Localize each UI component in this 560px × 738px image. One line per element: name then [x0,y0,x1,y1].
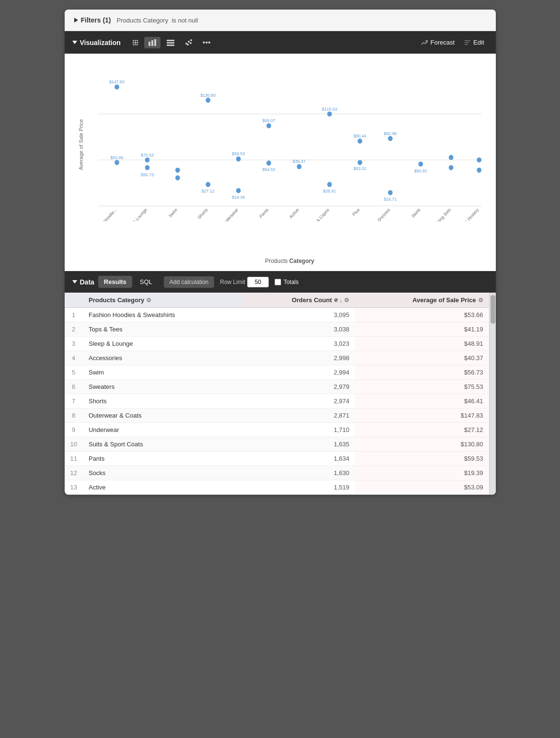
sql-tab[interactable]: SQL [134,276,158,288]
data-toggle[interactable]: Data [72,278,94,286]
svg-text:$75.53: $75.53 [141,152,154,157]
table-row[interactable]: 1 Fashion Hoodies & Sweatshirts 3,095 $5… [65,308,489,322]
table-row[interactable]: 5 Swim 2,994 $56.73 [65,365,489,380]
svg-text:$99.07: $99.07 [262,118,275,123]
svg-point-40 [297,164,301,170]
edit-btn[interactable]: Edit [460,37,488,48]
svg-point-8 [190,39,192,41]
row-category: Tops & Tees [83,322,242,337]
table-row[interactable]: 10 Suits & Sport Coats 1,635 $130.80 [65,437,489,452]
table-row[interactable]: 4 Accessories 2,998 $40.37 [65,351,489,365]
row-orders: 1,630 [242,466,355,480]
filter-description: Products Category is not null [117,17,198,24]
table-row[interactable]: 6 Sweaters 2,979 $75.53 [65,380,489,394]
table-row[interactable]: 11 Pants 1,634 $59.53 [65,452,489,466]
category-header[interactable]: Products Category ⚙ [83,293,242,308]
svg-point-57 [448,165,453,170]
filters-toggle[interactable]: Filters (1) [74,16,111,24]
orders-gear-icon[interactable]: ⚙ [344,297,349,304]
svg-point-44 [327,182,332,187]
row-num: 5 [65,365,83,380]
pivot-icon: ⊘ [334,297,338,303]
row-limit-label: Row Limit [220,279,245,285]
results-tab[interactable]: Results [98,276,132,288]
row-avg-price: $56.73 [355,365,489,380]
svg-text:$27.12: $27.12 [201,189,214,193]
svg-text:$115.03: $115.03 [322,106,337,111]
table-row[interactable]: 3 Sleep & Lounge 3,023 $48.91 [65,337,489,351]
row-avg-price: $27.12 [355,423,489,437]
svg-text:$56.73: $56.73 [141,172,154,177]
svg-point-48 [357,160,362,165]
svg-point-24 [145,165,149,170]
chart-svg: $0.00 $50.00 $100.00 $53.66 $147.83 $75.… [98,68,481,221]
svg-point-22 [145,158,149,163]
svg-text:Active: Active [288,207,300,220]
list-view-btn[interactable] [162,37,179,48]
avg-price-header[interactable]: Average of Sale Price ⚙ [355,293,489,308]
totals-checkbox[interactable] [274,279,281,285]
svg-point-10 [190,42,192,44]
svg-text:Socks & Hosiery: Socks & Hosiery [455,207,480,221]
svg-text:$130.80: $130.80 [200,92,216,97]
table-row[interactable]: 7 Shorts 2,974 $46.41 [65,394,489,409]
row-avg-price: $75.53 [355,380,489,394]
table-row[interactable]: 12 Socks 1,630 $19.39 [65,466,489,480]
row-orders: 2,979 [242,380,355,394]
row-num: 11 [65,452,83,466]
more-options-btn[interactable]: ••• [199,36,215,49]
data-toolbar: Data Results SQL Add calculation Row Lim… [65,271,496,293]
sort-desc-icon[interactable]: ↓ [340,297,343,303]
row-category: Shorts [83,394,242,409]
forecast-btn[interactable]: Forecast [417,37,459,48]
row-avg-price: $41.19 [355,322,489,337]
row-avg-price: $40.37 [355,351,489,365]
table-row[interactable]: 8 Outerwear & Coats 2,871 $147.83 [65,409,489,423]
svg-point-34 [236,188,240,193]
x-axis-label: Products Category [98,258,481,264]
row-avg-price: $53.66 [355,308,489,322]
svg-point-7 [188,41,190,43]
avg-price-gear-icon[interactable]: ⚙ [478,297,483,304]
scatter-view-btn[interactable] [181,37,197,48]
row-orders: 3,038 [242,322,355,337]
filter-operator: is not null [171,17,198,24]
row-num: 2 [65,322,83,337]
row-orders: 1,710 [242,423,355,437]
orders-header[interactable]: Orders Count ⊘ ↓ ⚙ [242,293,355,308]
svg-point-58 [477,158,481,163]
table-row[interactable]: 9 Underwear 1,710 $27.12 [65,423,489,437]
row-avg-price: $19.39 [355,466,489,480]
svg-text:$59.53: $59.53 [232,151,245,156]
table-view-btn[interactable]: ⊞ [128,36,142,49]
row-category: Sweaters [83,380,242,394]
table-row[interactable]: 13 Active 1,519 $53.09 [65,480,489,495]
viz-toggle[interactable]: Visualization [72,39,121,46]
viz-expand-icon [72,41,77,44]
svg-rect-5 [167,45,174,46]
svg-text:Swim: Swim [168,207,178,218]
row-category: Sleep & Lounge [83,337,242,351]
table-scrollbar[interactable] [489,293,496,495]
row-category: Active [83,480,242,495]
row-limit-input[interactable] [247,277,269,287]
forecast-label: Forecast [431,39,455,46]
results-table: Products Category ⚙ Orders Count ⊘ ↓ ⚙ [65,293,489,495]
svg-text:$26.91: $26.91 [323,189,336,193]
edit-label: Edit [473,39,484,46]
svg-rect-4 [167,42,174,44]
category-gear-icon[interactable]: ⚙ [146,297,151,304]
svg-text:$53.32: $53.32 [353,166,366,171]
svg-text:Sleep & Lounge: Sleep & Lounge [123,207,148,221]
row-num: 7 [65,394,83,409]
row-avg-price: $48.91 [355,337,489,351]
row-orders: 1,519 [242,480,355,495]
svg-rect-2 [154,39,156,46]
add-calculation-btn[interactable]: Add calculation [164,276,214,288]
bar-chart-btn[interactable] [144,37,160,48]
svg-text:$19.39: $19.39 [232,195,245,200]
svg-point-9 [187,44,189,45]
table-row[interactable]: 2 Tops & Tees 3,038 $41.19 [65,322,489,337]
table-scroll-thumb[interactable] [491,295,495,324]
dot-fashion-low [114,160,119,165]
